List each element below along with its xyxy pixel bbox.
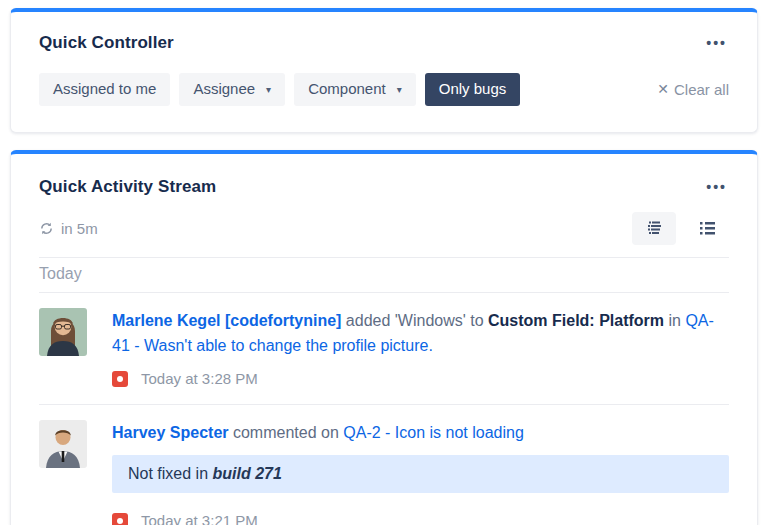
component-dropdown[interactable]: Component ▾	[294, 73, 416, 106]
activity-meta: Today at 3:21 PM	[112, 512, 729, 525]
more-options-icon[interactable]: •••	[704, 32, 729, 54]
list-icon	[699, 221, 716, 236]
timestamp: Today at 3:21 PM	[141, 512, 258, 525]
comment-box: Not fixed in build 271	[112, 455, 729, 493]
dashboard: Quick Controller ••• Assigned to me Assi…	[0, 0, 768, 525]
quick-controller-header: Quick Controller •••	[39, 32, 729, 54]
avatar[interactable]	[39, 420, 87, 468]
stream-toolbar: in 5m	[39, 212, 729, 257]
actor-link[interactable]: Marlene Kegel [codefortynine]	[112, 312, 341, 329]
only-bugs-label: Only bugs	[439, 81, 507, 98]
assignee-dropdown[interactable]: Assignee ▾	[179, 73, 285, 106]
refresh-icon	[39, 221, 54, 236]
avatar-marlene-image	[39, 308, 87, 356]
chevron-down-icon: ▾	[266, 84, 271, 95]
clear-all-label: Clear all	[674, 81, 729, 98]
assignee-label: Assignee	[193, 81, 255, 98]
issue-link[interactable]: QA-2 - Icon is not loading	[343, 424, 524, 441]
assigned-to-me-label: Assigned to me	[53, 81, 156, 98]
connector-text: in	[669, 312, 681, 329]
close-icon: ✕	[657, 81, 669, 97]
activity-item-body: Harvey Specter commented on QA-2 - Icon …	[112, 420, 729, 525]
detailed-view-button[interactable]	[632, 212, 676, 245]
date-group-label: Today	[39, 258, 729, 293]
activity-item-body: Marlene Kegel [codefortynine] added 'Win…	[112, 308, 729, 388]
bug-issue-type-icon	[112, 371, 128, 387]
activity-stream-list: Today Mar	[39, 257, 729, 525]
quick-activity-stream-card: Quick Activity Stream ••• in 5m	[10, 150, 758, 525]
activity-item: Harvey Specter commented on QA-2 - Icon …	[39, 405, 729, 525]
activity-meta: Today at 3:28 PM	[112, 370, 729, 387]
bug-issue-type-icon	[112, 513, 128, 525]
filter-bar: Assigned to me Assignee ▾ Component ▾ On…	[39, 73, 729, 106]
view-switch	[632, 212, 729, 245]
more-options-icon[interactable]: •••	[704, 176, 729, 198]
avatar-harvey-image	[39, 420, 87, 468]
action-text: added 'Windows' to	[346, 312, 484, 329]
comment-emphasis-text: build 271	[213, 465, 282, 482]
timestamp: Today at 3:28 PM	[141, 370, 258, 387]
quick-controller-title: Quick Controller	[39, 33, 174, 53]
activity-stream-title: Quick Activity Stream	[39, 177, 216, 197]
compact-view-button[interactable]	[686, 212, 729, 245]
activity-stream-header: Quick Activity Stream •••	[39, 176, 729, 198]
quick-controller-card: Quick Controller ••• Assigned to me Assi…	[10, 8, 758, 133]
refresh-countdown: in 5m	[61, 220, 98, 237]
detailed-list-icon	[645, 221, 663, 236]
only-bugs-toggle[interactable]: Only bugs	[425, 73, 521, 106]
activity-item: Marlene Kegel [codefortynine] added 'Win…	[39, 293, 729, 406]
assigned-to-me-button[interactable]: Assigned to me	[39, 73, 170, 106]
avatar[interactable]	[39, 308, 87, 356]
component-label: Component	[308, 81, 386, 98]
chevron-down-icon: ▾	[397, 84, 402, 95]
action-text: commented on	[233, 424, 339, 441]
actor-link[interactable]: Harvey Specter	[112, 424, 229, 441]
comment-text: Not fixed in	[128, 465, 208, 482]
activity-text: Marlene Kegel [codefortynine] added 'Win…	[112, 308, 729, 360]
clear-all-button[interactable]: ✕ Clear all	[657, 81, 729, 98]
field-name: Custom Field: Platform	[488, 312, 664, 329]
activity-text: Harvey Specter commented on QA-2 - Icon …	[112, 420, 729, 446]
refresh-status[interactable]: in 5m	[39, 220, 98, 237]
